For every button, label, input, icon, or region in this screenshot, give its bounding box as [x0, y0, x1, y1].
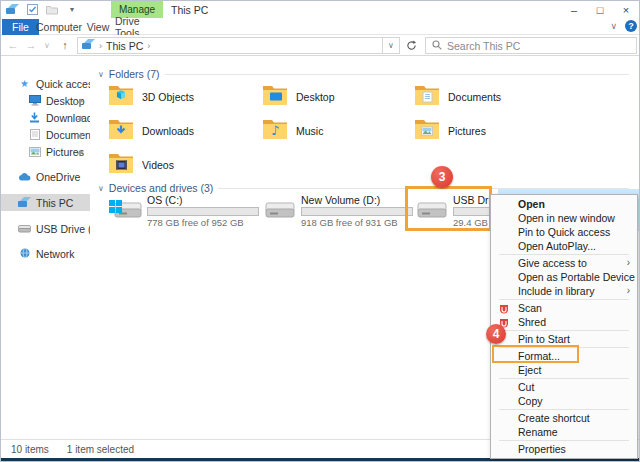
close-button[interactable]: × — [613, 1, 639, 18]
minimize-button[interactable]: – — [561, 1, 587, 18]
sidebar-item-network[interactable]: Network — [1, 245, 90, 262]
address-row: ← → ∨ ↑ › This PC › ∨ Search This PC — [1, 35, 640, 56]
submenu-arrow-icon: › — [627, 284, 630, 298]
pin-icon — [76, 147, 84, 159]
folder-videos-icon — [108, 152, 134, 178]
menu-separator — [499, 409, 629, 410]
navigation-pane: ★ Quick access Desktop Downloads Documen… — [1, 57, 90, 437]
menu-item-copy[interactable]: Copy — [491, 394, 637, 408]
folder-tile-documents[interactable]: Documents — [414, 81, 564, 113]
sidebar-item-onedrive[interactable]: OneDrive — [1, 168, 90, 185]
help-icon[interactable]: ? — [625, 20, 637, 32]
this-pc-icon — [18, 197, 31, 209]
breadcrumb-chevron-icon[interactable]: › — [147, 41, 150, 51]
folder-tile-downloads[interactable]: Downloads — [108, 115, 258, 147]
folder-desktop-icon — [262, 84, 288, 110]
address-bar[interactable]: › This PC › — [77, 37, 383, 54]
back-icon[interactable]: ← — [5, 37, 21, 53]
menu-item-include-in-library[interactable]: Include in library › — [491, 284, 637, 298]
ribbon-tab-row: File Computer View Drive Tools ∨ ? — [1, 19, 640, 35]
folder-3d-objects-icon — [108, 84, 134, 110]
network-icon — [18, 248, 31, 260]
pin-icon — [76, 130, 84, 142]
sidebar-item-this-pc[interactable]: This PC — [1, 194, 90, 211]
menu-item-eject[interactable]: Eject — [491, 363, 637, 377]
folder-downloads-icon — [108, 118, 134, 144]
menu-item-shred[interactable]: Shred — [491, 315, 637, 329]
capacity-bar — [147, 207, 259, 216]
recent-locations-icon[interactable]: ∨ — [39, 37, 55, 53]
annotation-badge-3: 3 — [431, 166, 453, 188]
desktop-icon — [28, 95, 41, 107]
folder-tile-3d-objects[interactable]: 3D Objects — [108, 81, 258, 113]
menu-item-open-as-portable-device[interactable]: Open as Portable Device — [491, 270, 637, 284]
this-pc-icon — [82, 39, 95, 52]
quick-access-toolbar: ▾ — [5, 3, 79, 16]
tab-file[interactable]: File — [2, 19, 39, 35]
menu-item-pin-to-quick-access[interactable]: Pin to Quick access — [491, 225, 637, 239]
folders-group-header[interactable]: ∨ Folders (7) — [98, 67, 629, 81]
ribbon-collapse-icon[interactable]: ∨ — [610, 21, 617, 31]
menu-item-pin-to-start[interactable]: Pin to Start — [491, 332, 637, 346]
menu-item-open-autoplay[interactable]: Open AutoPlay... — [491, 239, 637, 253]
chevron-down-icon: ∨ — [98, 184, 104, 193]
pictures-icon — [28, 146, 41, 158]
menu-item-cut[interactable]: Cut — [491, 380, 637, 394]
menu-item-properties[interactable]: Properties — [491, 442, 637, 456]
quick-access-star-icon: ★ — [18, 78, 31, 90]
annotation-highlight-usb-drive — [405, 186, 492, 231]
folder-tile-videos[interactable]: Videos — [108, 149, 258, 181]
refresh-icon[interactable] — [402, 37, 420, 54]
menu-separator — [499, 440, 629, 441]
title-bar: ▾ Manage This PC – □ × — [1, 1, 640, 19]
tab-drive-tools[interactable]: Drive Tools — [115, 19, 163, 35]
qat-dropdown-icon[interactable]: ▾ — [65, 3, 79, 16]
sidebar-item-downloads[interactable]: Downloads — [1, 109, 90, 126]
address-dropdown-icon[interactable]: ∨ — [383, 37, 400, 54]
up-icon[interactable]: ↑ — [57, 37, 73, 53]
menu-item-give-access-to[interactable]: Give access to › — [491, 256, 637, 270]
folder-tile-desktop[interactable]: Desktop — [262, 81, 412, 113]
menu-item-rename[interactable]: Rename — [491, 425, 637, 439]
folder-tile-pictures[interactable]: Pictures — [414, 115, 564, 147]
tab-computer[interactable]: Computer — [39, 19, 79, 35]
chevron-down-icon: ∨ — [98, 70, 104, 79]
items-count: 10 items — [11, 444, 49, 455]
properties-icon[interactable] — [25, 3, 39, 16]
folder-music-icon: ♪ — [262, 118, 288, 144]
capacity-bar — [301, 207, 413, 216]
menu-item-open[interactable]: Open — [491, 197, 637, 211]
drive-name: OS (C:) — [147, 194, 259, 206]
breadcrumb[interactable]: This PC — [106, 40, 143, 52]
drive-tile-new-volume-d[interactable]: New Volume (D:) 918 GB free of 931 GB — [262, 191, 410, 231]
sidebar-item-desktop[interactable]: Desktop — [1, 92, 90, 109]
window-title: This PC — [171, 4, 208, 16]
menu-item-scan[interactable]: Scan — [491, 301, 637, 315]
selected-count: 1 item selected — [67, 444, 134, 455]
drive-name: New Volume (D:) — [301, 194, 413, 206]
menu-item-create-shortcut[interactable]: Create shortcut — [491, 411, 637, 425]
drive-tile-os-c[interactable]: OS (C:) 778 GB free of 952 GB — [108, 191, 256, 231]
new-folder-icon[interactable] — [45, 3, 59, 16]
onedrive-cloud-icon — [18, 171, 31, 183]
drive-icon — [262, 196, 296, 226]
sidebar-item-usb-drive[interactable]: USB Drive (E:) — [1, 220, 90, 237]
tab-view[interactable]: View — [85, 19, 111, 35]
sidebar-item-quick-access[interactable]: ★ Quick access — [1, 75, 90, 92]
pin-icon — [76, 113, 84, 125]
usb-drive-icon — [18, 223, 31, 235]
folder-tile-music[interactable]: ♪ Music — [262, 115, 412, 147]
menu-separator — [499, 378, 629, 379]
svg-text:♪: ♪ — [271, 123, 279, 138]
maximize-button[interactable]: □ — [587, 1, 613, 18]
annotation-highlight-format — [492, 345, 579, 363]
sidebar-item-documents[interactable]: Documents — [1, 126, 90, 143]
os-drive-icon — [108, 196, 142, 226]
menu-item-open-in-new-window[interactable]: Open in new window — [491, 211, 637, 225]
forward-icon[interactable]: → — [23, 37, 39, 53]
sidebar-item-pictures[interactable]: Pictures — [1, 143, 90, 160]
search-input[interactable]: Search This PC — [425, 37, 637, 54]
menu-separator — [499, 299, 629, 300]
window-controls: – □ × — [561, 1, 639, 18]
search-placeholder: Search This PC — [447, 40, 520, 52]
